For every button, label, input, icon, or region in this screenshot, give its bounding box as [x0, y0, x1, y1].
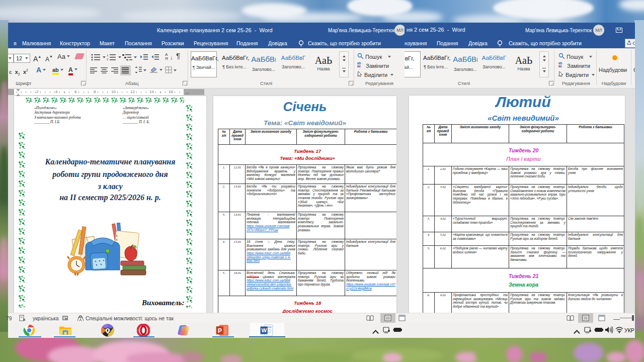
svg-text:2: 2 — [107, 58, 109, 60]
svg-text:P: P — [218, 327, 222, 334]
svg-text:W: W — [261, 327, 267, 333]
svg-text:1: 1 — [107, 54, 109, 57]
